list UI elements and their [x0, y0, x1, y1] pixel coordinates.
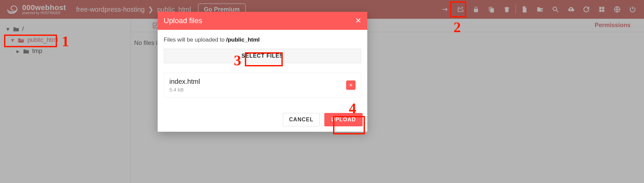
- upload-target-text: Files will be uploaded to /public_html: [164, 37, 361, 43]
- svg-rect-2: [602, 7, 604, 9]
- folder-open-icon: [17, 38, 25, 43]
- breadcrumb-site[interactable]: free-wordpress-hosting: [76, 6, 145, 13]
- queued-file: index.html 5.4 kB ✕: [164, 73, 361, 98]
- select-files-button[interactable]: SELECT FILES: [164, 49, 361, 63]
- chevron-right-icon: ▸: [15, 49, 20, 54]
- chevron-right-icon: ❯: [148, 5, 154, 13]
- folder-icon: [13, 26, 19, 32]
- svg-rect-1: [599, 7, 602, 9]
- globe-icon[interactable]: [612, 5, 622, 14]
- tree-root-label: /: [22, 25, 24, 33]
- tree-item-label: tmp: [32, 48, 42, 55]
- rename-icon[interactable]: [456, 5, 465, 14]
- brand-sub: powered by HOSTINGER: [22, 11, 66, 15]
- folder-tree: ▾ / ▾ public_html ▸ tmp: [0, 19, 131, 183]
- svg-rect-3: [599, 10, 602, 12]
- queued-file-name: index.html: [169, 78, 200, 85]
- upload-button[interactable]: UPLOAD: [324, 113, 363, 126]
- column-permissions[interactable]: Permissions: [595, 22, 631, 29]
- brand-swirl-icon: [7, 3, 19, 15]
- tree-item-tmp[interactable]: ▸ tmp: [13, 46, 127, 57]
- upload-target-prefix: Files will be uploaded to: [164, 37, 226, 43]
- search-icon[interactable]: [551, 5, 560, 14]
- remove-file-button[interactable]: ✕: [346, 80, 356, 90]
- svg-point-0: [553, 7, 557, 11]
- new-file-icon[interactable]: [520, 5, 529, 14]
- new-folder-icon[interactable]: [535, 5, 545, 14]
- permissions-icon[interactable]: [471, 5, 481, 14]
- toolbar-file-ops: [440, 5, 512, 14]
- refresh-icon[interactable]: [582, 5, 591, 14]
- toolbar-actions: [520, 5, 637, 14]
- brand-name: 000webhost: [22, 4, 66, 11]
- upload-target-path: /public_html: [226, 37, 260, 43]
- queued-file-size: 5.4 kB: [169, 87, 200, 93]
- power-icon[interactable]: [628, 5, 637, 14]
- upload-icon[interactable]: [566, 5, 576, 14]
- modal-footer: CANCEL UPLOAD: [158, 100, 367, 132]
- modal-title: Upload files: [164, 16, 202, 25]
- modal-header: Upload files ✕: [158, 12, 367, 30]
- svg-rect-4: [602, 10, 604, 12]
- delete-icon[interactable]: [502, 5, 512, 14]
- brand-logo[interactable]: 000webhost powered by HOSTINGER: [7, 3, 66, 15]
- toolbar-divider: [516, 5, 516, 14]
- folder-icon: [23, 49, 30, 54]
- chevron-down-icon: ▾: [5, 27, 10, 32]
- grid-view-icon[interactable]: [597, 5, 606, 14]
- upload-modal: Upload files ✕ Files will be uploaded to…: [158, 12, 367, 132]
- close-icon[interactable]: ✕: [355, 16, 361, 25]
- tree-root[interactable]: ▾ /: [3, 23, 127, 35]
- cancel-button[interactable]: CANCEL: [283, 113, 320, 126]
- move-icon[interactable]: [440, 5, 450, 14]
- copy-icon[interactable]: [487, 5, 496, 14]
- chevron-down-icon: ▾: [10, 38, 15, 43]
- tree-item-public-html[interactable]: ▾ public_html: [8, 35, 127, 46]
- tree-item-label: public_html: [28, 37, 58, 44]
